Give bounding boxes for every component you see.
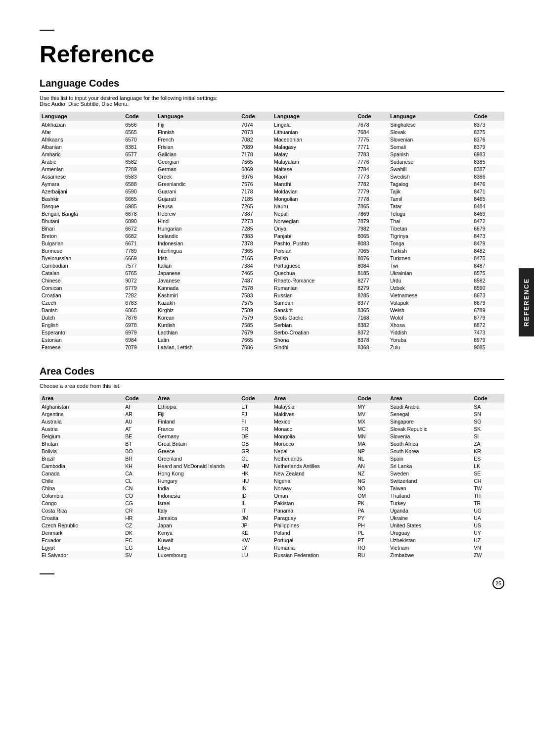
area-cell: Zimbabwe (388, 551, 472, 559)
area-cell: UY (472, 529, 504, 536)
area-cell: Sri Lanka (388, 462, 472, 470)
language-cell: 8279 (356, 284, 388, 291)
language-table-row: Estonian6984Latin7665Shona8378Yoruba8979 (40, 336, 504, 343)
language-cell: Tonga (388, 239, 472, 247)
language-cell: Czech (40, 299, 123, 306)
language-cell: 7578 (239, 284, 272, 291)
language-cell: 8386 (472, 173, 504, 180)
language-cell: Tamil (388, 195, 472, 202)
area-cell: FR (239, 425, 272, 432)
language-cell: 6984 (123, 336, 156, 343)
area-cell: New Zealand (272, 470, 356, 477)
language-cell: Indonesian (156, 239, 239, 247)
area-cell: El Salvador (40, 551, 123, 559)
area-cell: KW (239, 536, 272, 544)
language-cell: Malagasy (272, 143, 356, 150)
area-cell: VN (472, 544, 504, 551)
acode-col-1-header: Code (123, 394, 156, 403)
language-cell: 7168 (356, 314, 388, 321)
area-cell: SN (472, 410, 504, 418)
language-cell: 6577 (123, 150, 156, 158)
language-cell: Slovak (388, 128, 472, 136)
area-table-row: CongoCGIsraelILPakistanPKTurkeyTR (40, 499, 504, 507)
area-cell: AT (123, 425, 156, 432)
language-cell: Kashmiri (156, 291, 239, 299)
language-cell: 7771 (356, 143, 388, 150)
language-cell: Assamese (40, 173, 123, 180)
area-cell: Hong Kong (156, 470, 239, 477)
language-cell: 7583 (239, 291, 272, 299)
area-table-row: ChinaCNIndiaINNorwayNOTaiwanTW (40, 484, 504, 492)
language-cell: Singhalese (388, 121, 472, 128)
language-cell: Scots Gaelic (272, 314, 356, 321)
language-cell: 6590 (123, 188, 156, 195)
language-cell: Mongolian (272, 195, 356, 202)
language-cell: Serbo-Croatian (272, 329, 356, 336)
language-table-row: Afar6565Finnish7073Lithuanian7684Slovak8… (40, 128, 504, 136)
language-cell: Tajik (388, 188, 472, 195)
language-cell: Amharic (40, 150, 123, 158)
language-cell: Kurdish (156, 321, 239, 329)
area-cell: Slovak Republic (388, 425, 472, 432)
language-cell: 8872 (472, 321, 504, 329)
area-cell: SA (472, 403, 504, 410)
language-cell: 6669 (123, 254, 156, 262)
language-table-row: Croatian7282Kashmiri7583Russian8285Vietn… (40, 291, 504, 299)
area-cell: India (156, 484, 239, 492)
language-cell: 7589 (239, 306, 272, 314)
language-cell: 8185 (356, 269, 388, 277)
area-cell: Australia (40, 418, 123, 425)
area-cell: Paraguay (272, 514, 356, 521)
language-cell: English (40, 321, 123, 329)
language-table-body: Abkhazian6566Fiji7074Lingala7678Singhale… (40, 121, 504, 351)
area-cell: KE (239, 529, 272, 536)
language-cell: 8479 (472, 239, 504, 247)
area-cell: Colombia (40, 492, 123, 499)
language-cell: 6672 (123, 225, 156, 232)
language-cell: 8382 (356, 321, 388, 329)
language-cell: 8065 (356, 232, 388, 239)
page-container: Reference Language Codes Use this list t… (0, 0, 534, 604)
area-cell: JP (239, 521, 272, 529)
area-col-1-header: Area (40, 394, 123, 403)
language-cell: Dutch (40, 314, 123, 321)
code-col-4-header: Code (472, 112, 504, 121)
area-cell: Oman (272, 492, 356, 499)
area-table-row: AustriaATFranceFRMonacoMCSlovak Republic… (40, 425, 504, 432)
area-cell: NG (356, 477, 388, 484)
language-cell: 8476 (472, 180, 504, 188)
language-cell: 7776 (356, 158, 388, 165)
language-cell: Shona (272, 336, 356, 343)
language-cell: 8679 (472, 299, 504, 306)
language-cell: Rhaeto-Romance (272, 277, 356, 284)
area-cell: Hungary (156, 477, 239, 484)
area-cell: PL (356, 529, 388, 536)
lang-col-4-header: Language (388, 112, 472, 121)
language-cell: 6865 (123, 306, 156, 314)
language-cell: Panjabi (272, 232, 356, 239)
language-cell: 7579 (239, 314, 272, 321)
language-cell: Laothian (156, 329, 239, 336)
language-cell: 7265 (239, 202, 272, 210)
language-cell: Malayalam (272, 158, 356, 165)
language-cell: Breton (40, 232, 123, 239)
area-cell: Fiji (156, 410, 239, 418)
area-cell: MY (356, 403, 388, 410)
language-table-row: Chinese9072Javanese7487Rhaeto-Romance827… (40, 277, 504, 284)
area-cell: CN (123, 484, 156, 492)
language-cell: 8473 (472, 232, 504, 239)
language-cell: Burmese (40, 247, 123, 254)
language-table-row: Abkhazian6566Fiji7074Lingala7678Singhale… (40, 121, 504, 128)
language-cell: Vietnamese (388, 291, 472, 299)
language-cell: Armenian (40, 165, 123, 173)
area-cell: FI (239, 418, 272, 425)
language-table-row: Faroese7079Latvian, Lettish7686Sindhi836… (40, 343, 504, 351)
area-cell: Mexico (272, 418, 356, 425)
language-cell: 8277 (356, 277, 388, 284)
area-cell: Indonesia (156, 492, 239, 499)
language-cell: 8285 (356, 291, 388, 299)
area-table-row: AfghanistanAFEthiopiaETMalaysiaMYSaudi A… (40, 403, 504, 410)
area-cell: DK (123, 529, 156, 536)
language-cell: Kirghiz (156, 306, 239, 314)
top-decoration (40, 30, 504, 31)
